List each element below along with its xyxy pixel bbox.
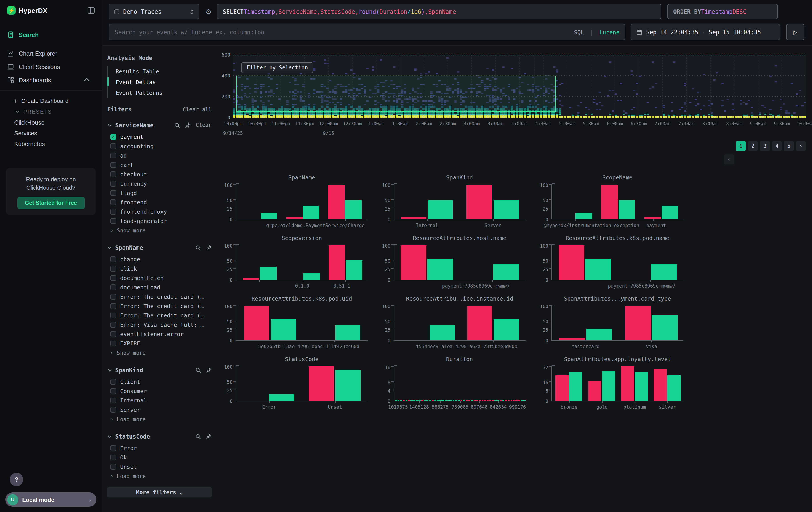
filter-option[interactable]: eventListener.error (107, 329, 212, 339)
pagination-page-3[interactable]: 3 (760, 141, 770, 151)
checkbox-unchecked[interactable] (110, 199, 116, 205)
lang-lucene[interactable]: Lucene (600, 29, 619, 35)
get-started-button[interactable]: Get Started for Free (17, 197, 85, 209)
filter-option[interactable]: Consumer (107, 386, 212, 396)
filter-option[interactable]: documentLoad (107, 283, 212, 292)
sidebar-item-create-dashboard[interactable]: + Create Dashboard (0, 95, 102, 106)
checkbox-unchecked[interactable] (110, 143, 116, 149)
more-filters-button[interactable]: More filters ⌄ (107, 487, 212, 497)
filter-group-name[interactable]: StatusCode (115, 433, 150, 440)
pagination-page-4[interactable]: 4 (772, 141, 782, 151)
filter-load-more-link[interactable]: ›Load more (107, 414, 212, 424)
checkbox-unchecked[interactable] (110, 322, 116, 328)
filter-option[interactable]: accounting (107, 141, 212, 151)
search-icon[interactable] (195, 245, 201, 250)
heatmap-plot[interactable]: Filter by Selection (233, 55, 806, 117)
filter-option[interactable]: ad (107, 151, 212, 160)
chevron-down-icon[interactable] (107, 368, 112, 372)
search-icon[interactable] (174, 122, 180, 128)
analysis-mode-event-deltas[interactable]: Event Deltas (108, 77, 212, 87)
pagination-next-button[interactable]: › (796, 141, 806, 151)
filter-option[interactable]: Unset (107, 462, 212, 471)
checkbox-unchecked[interactable] (110, 398, 116, 403)
filter-option[interactable]: Error: The credit card (… (107, 301, 212, 311)
filter-option[interactable]: cart (107, 160, 212, 170)
date-range-picker[interactable]: Sep 14 22:04:35 - Sep 15 10:04:35 (631, 24, 780, 40)
sidebar-collapse-icon[interactable] (88, 7, 95, 14)
search-input[interactable] (115, 29, 574, 35)
checkbox-unchecked[interactable] (110, 190, 116, 196)
filter-option[interactable]: Error (107, 443, 212, 453)
filter-option[interactable]: Client (107, 377, 212, 386)
checkbox-unchecked[interactable] (110, 218, 116, 224)
lang-sql[interactable]: SQL (574, 29, 584, 35)
filter-option[interactable]: ✓payment (107, 132, 212, 141)
checkbox-unchecked[interactable] (110, 294, 116, 300)
sidebar-preset-clickhouse[interactable]: ClickHouse (0, 117, 102, 128)
help-button[interactable]: ? (10, 473, 23, 486)
heatmap-canvas[interactable] (233, 55, 806, 117)
filter-group-name[interactable]: SpanName (115, 244, 143, 251)
checkbox-unchecked[interactable] (110, 388, 116, 394)
chevron-down-icon[interactable] (107, 434, 112, 439)
checkbox-unchecked[interactable] (110, 455, 116, 460)
select-clause-editor[interactable]: SELECT Timestamp, ServiceName, StatusCod… (217, 4, 661, 19)
pin-icon[interactable] (206, 433, 212, 439)
source-select[interactable]: Demo Traces (109, 4, 199, 19)
checkbox-unchecked[interactable] (110, 379, 116, 385)
pin-icon[interactable] (206, 367, 212, 373)
filter-group-name[interactable]: ServiceName (115, 122, 153, 129)
sidebar-preset-services[interactable]: Services (0, 128, 102, 138)
filter-option[interactable]: checkout (107, 170, 212, 179)
checkbox-unchecked[interactable] (110, 266, 116, 272)
chevron-down-icon[interactable] (107, 123, 112, 128)
pagination-page-5[interactable]: 5 (784, 141, 794, 151)
filter-option[interactable]: Error: The credit card (… (107, 311, 212, 320)
run-query-button[interactable]: ▷ (786, 24, 805, 40)
pin-icon[interactable] (206, 245, 212, 250)
checkbox-unchecked[interactable] (110, 285, 116, 290)
filter-load-more-link[interactable]: ›Load more (107, 471, 212, 481)
filter-show-more-link[interactable]: ›Show more (107, 226, 212, 235)
analysis-mode-event-patterns[interactable]: Event Patterns (108, 87, 212, 98)
checkbox-unchecked[interactable] (110, 331, 116, 337)
sidebar-preset-kubernetes[interactable]: Kubernetes (0, 138, 102, 149)
sidebar-item-search[interactable]: Search (0, 28, 102, 42)
filter-option[interactable]: currency (107, 179, 212, 188)
filter-group-name[interactable]: SpanKind (115, 367, 143, 373)
chevron-down-icon[interactable] (107, 245, 112, 250)
filter-option[interactable]: frontend-proxy (107, 207, 212, 216)
filter-option[interactable]: frontend (107, 198, 212, 207)
filter-option[interactable]: documentFetch (107, 273, 212, 283)
sidebar-item-chart-explorer[interactable]: Chart Explorer (0, 47, 102, 60)
checkbox-unchecked[interactable] (110, 275, 116, 281)
checkbox-checked[interactable]: ✓ (110, 134, 116, 140)
filter-option[interactable]: EXPIRE (107, 339, 212, 348)
filter-by-selection-button[interactable]: Filter by Selection (241, 62, 313, 73)
checkbox-unchecked[interactable] (110, 181, 116, 187)
filter-option[interactable]: change (107, 255, 212, 264)
clear-all-button[interactable]: Clear all (183, 106, 212, 113)
checkbox-unchecked[interactable] (110, 407, 116, 413)
checkbox-unchecked[interactable] (110, 341, 116, 346)
checkbox-unchecked[interactable] (110, 171, 116, 177)
checkbox-unchecked[interactable] (110, 153, 116, 159)
checkbox-unchecked[interactable] (110, 162, 116, 168)
checkbox-unchecked[interactable] (110, 445, 116, 451)
pagination-prev-button[interactable]: ‹ (724, 155, 734, 164)
filter-option[interactable]: flagd (107, 188, 212, 198)
search-icon[interactable] (195, 433, 201, 439)
gear-icon[interactable]: ⚙ (204, 7, 213, 16)
checkbox-unchecked[interactable] (110, 303, 116, 309)
checkbox-unchecked[interactable] (110, 313, 116, 318)
sidebar-item-client-sessions[interactable]: Client Sessions (0, 60, 102, 74)
filter-option[interactable]: Internal (107, 396, 212, 405)
filter-option[interactable]: Error: The credit card (… (107, 292, 212, 301)
analysis-mode-results-table[interactable]: Results Table (108, 66, 212, 77)
sidebar-item-dashboards[interactable]: Dashboards (0, 74, 102, 87)
filter-show-more-link[interactable]: ›Show more (107, 348, 212, 357)
filter-option[interactable]: load-generator (107, 216, 212, 226)
checkbox-unchecked[interactable] (110, 257, 116, 262)
sidebar-presets-toggle[interactable]: PRESETS (0, 106, 102, 117)
clear-filter-button[interactable]: Clear (196, 122, 212, 128)
